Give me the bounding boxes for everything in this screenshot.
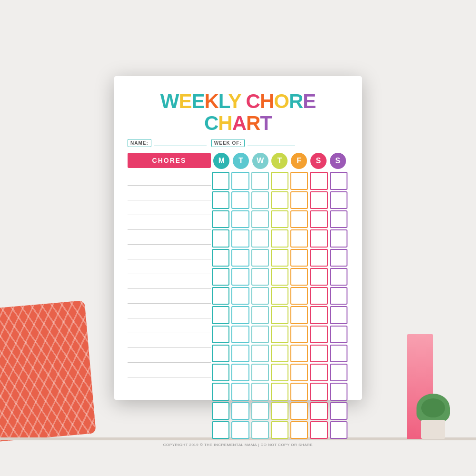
checkbox[interactable] bbox=[290, 402, 308, 420]
checkbox[interactable] bbox=[212, 421, 229, 439]
checkbox[interactable] bbox=[271, 268, 288, 286]
checkbox[interactable] bbox=[251, 402, 269, 420]
checkbox[interactable] bbox=[310, 287, 327, 305]
checkbox[interactable] bbox=[330, 287, 347, 305]
checkbox[interactable] bbox=[251, 268, 269, 286]
checkbox[interactable] bbox=[290, 249, 308, 267]
checkbox[interactable] bbox=[212, 249, 229, 267]
checkbox[interactable] bbox=[330, 210, 347, 228]
checkbox[interactable] bbox=[231, 172, 249, 189]
checkbox[interactable] bbox=[310, 306, 327, 324]
checkbox[interactable] bbox=[251, 229, 269, 247]
checkbox[interactable] bbox=[251, 364, 269, 381]
checkbox[interactable] bbox=[271, 191, 288, 209]
checkbox[interactable] bbox=[290, 210, 308, 228]
checkbox[interactable] bbox=[271, 210, 288, 228]
checkbox[interactable] bbox=[330, 306, 347, 324]
checkbox[interactable] bbox=[310, 268, 327, 286]
checkbox[interactable] bbox=[290, 345, 308, 362]
checkbox[interactable] bbox=[330, 364, 347, 381]
checkbox[interactable] bbox=[212, 326, 229, 343]
checkbox[interactable] bbox=[231, 191, 249, 209]
checkbox[interactable] bbox=[231, 249, 249, 267]
checkbox[interactable] bbox=[231, 268, 249, 286]
checkbox[interactable] bbox=[251, 383, 269, 400]
checkbox[interactable] bbox=[310, 364, 327, 381]
checkbox[interactable] bbox=[290, 326, 308, 343]
checkbox[interactable] bbox=[251, 421, 269, 439]
checkbox[interactable] bbox=[231, 210, 249, 228]
checkbox[interactable] bbox=[290, 268, 308, 286]
checkbox[interactable] bbox=[290, 364, 308, 381]
checkbox[interactable] bbox=[310, 172, 327, 189]
checkbox[interactable] bbox=[271, 287, 288, 305]
checkbox[interactable] bbox=[290, 421, 308, 439]
checkbox[interactable] bbox=[212, 191, 229, 209]
checkbox[interactable] bbox=[330, 268, 347, 286]
checkbox[interactable] bbox=[330, 345, 347, 362]
checkbox[interactable] bbox=[271, 172, 288, 189]
checkbox[interactable] bbox=[271, 383, 288, 400]
checkbox[interactable] bbox=[212, 172, 229, 189]
checkbox[interactable] bbox=[271, 345, 288, 362]
checkbox[interactable] bbox=[251, 210, 269, 228]
checkbox[interactable] bbox=[212, 383, 229, 400]
checkbox[interactable] bbox=[231, 383, 249, 400]
checkbox[interactable] bbox=[310, 383, 327, 400]
checkbox[interactable] bbox=[310, 249, 327, 267]
checkbox[interactable] bbox=[231, 402, 249, 420]
checkbox[interactable] bbox=[330, 383, 347, 400]
name-input[interactable] bbox=[154, 140, 207, 146]
checkbox[interactable] bbox=[271, 402, 288, 420]
checkbox[interactable] bbox=[251, 287, 269, 305]
checkbox[interactable] bbox=[330, 191, 347, 209]
checkbox[interactable] bbox=[271, 306, 288, 324]
checkbox[interactable] bbox=[290, 229, 308, 247]
checkbox[interactable] bbox=[251, 191, 269, 209]
checkbox[interactable] bbox=[310, 326, 327, 343]
checkbox[interactable] bbox=[271, 229, 288, 247]
checkbox[interactable] bbox=[251, 345, 269, 362]
checkbox[interactable] bbox=[212, 364, 229, 381]
checkbox[interactable] bbox=[251, 249, 269, 267]
checkbox[interactable] bbox=[212, 210, 229, 228]
checkbox[interactable] bbox=[231, 306, 249, 324]
checkbox[interactable] bbox=[212, 287, 229, 305]
checkbox[interactable] bbox=[231, 229, 249, 247]
checkbox[interactable] bbox=[231, 345, 249, 362]
checkbox[interactable] bbox=[290, 172, 308, 189]
checkbox[interactable] bbox=[251, 326, 269, 343]
checkbox[interactable] bbox=[271, 364, 288, 381]
checkbox[interactable] bbox=[212, 229, 229, 247]
checkbox[interactable] bbox=[290, 191, 308, 209]
checkbox[interactable] bbox=[212, 402, 229, 420]
week-input[interactable] bbox=[248, 140, 295, 146]
checkbox[interactable] bbox=[271, 326, 288, 343]
checkbox[interactable] bbox=[310, 345, 327, 362]
checkbox[interactable] bbox=[271, 421, 288, 439]
checkbox[interactable] bbox=[310, 229, 327, 247]
checkbox[interactable] bbox=[290, 287, 308, 305]
checkbox[interactable] bbox=[212, 345, 229, 362]
checkbox[interactable] bbox=[330, 172, 347, 189]
checkbox[interactable] bbox=[231, 364, 249, 381]
checkbox[interactable] bbox=[251, 306, 269, 324]
checkbox[interactable] bbox=[330, 421, 347, 439]
checkbox[interactable] bbox=[310, 421, 327, 439]
checkbox[interactable] bbox=[310, 191, 327, 209]
checkbox[interactable] bbox=[330, 229, 347, 247]
checkbox[interactable] bbox=[330, 402, 347, 420]
checkbox[interactable] bbox=[290, 306, 308, 324]
checkbox[interactable] bbox=[212, 268, 229, 286]
checkbox[interactable] bbox=[310, 402, 327, 420]
checkbox[interactable] bbox=[330, 326, 347, 343]
checkbox[interactable] bbox=[231, 326, 249, 343]
checkbox[interactable] bbox=[212, 306, 229, 324]
checkbox[interactable] bbox=[290, 383, 308, 400]
checkbox[interactable] bbox=[231, 421, 249, 439]
checkbox[interactable] bbox=[231, 287, 249, 305]
checkbox[interactable] bbox=[330, 249, 347, 267]
checkbox[interactable] bbox=[251, 172, 269, 189]
checkbox[interactable] bbox=[310, 210, 327, 228]
checkbox[interactable] bbox=[271, 249, 288, 267]
